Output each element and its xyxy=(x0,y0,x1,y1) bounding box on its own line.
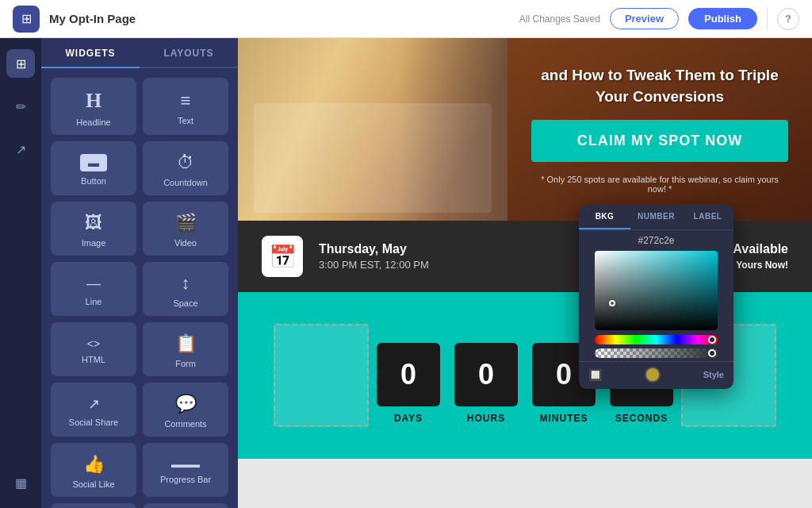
space-widget-icon: ↕ xyxy=(182,273,190,294)
comments-widget-icon: 💬 xyxy=(175,394,197,414)
picker-tab-number[interactable]: NUMBER xyxy=(630,205,682,229)
text-widget-icon: ≡ xyxy=(181,90,191,111)
progress-bar-icon: ▬▬▬ xyxy=(171,459,200,470)
page-title: My Opt-In Page xyxy=(49,12,510,25)
video-widget[interactable]: 🎬 Video xyxy=(143,202,228,256)
info-time: 3:00 PM EST, 12:00 PM xyxy=(319,259,622,271)
headline-widget-label: Headline xyxy=(76,117,110,127)
save-status: All Changes Saved xyxy=(519,13,600,25)
html-widget[interactable]: <> HTML xyxy=(51,322,136,376)
line-widget-label: Line xyxy=(86,297,102,306)
countdown-hours: 0 HOURS xyxy=(454,343,518,424)
color-gradient-picker[interactable] xyxy=(595,251,718,330)
picker-tabs: BKG NUMBER LABEL xyxy=(579,205,733,230)
color-picker[interactable]: BKG NUMBER LABEL #272c2e � xyxy=(579,205,733,389)
gradient-cursor[interactable] xyxy=(609,300,615,306)
form-widget-icon: 📋 xyxy=(175,333,197,354)
social-share-widget[interactable]: ↗ Social Share xyxy=(51,383,136,437)
tab-layouts[interactable]: LAYOUTS xyxy=(140,38,238,67)
button-widget[interactable]: ▬ Button xyxy=(51,141,136,195)
bottom-nav-icon[interactable]: ▦ xyxy=(6,468,35,497)
headline-widget-icon: H xyxy=(86,89,102,113)
publish-button[interactable]: Publish xyxy=(688,8,757,29)
social-share-icon: ↗ xyxy=(88,395,100,413)
info-text: Thursday, May 3:00 PM EST, 12:00 PM xyxy=(319,242,622,271)
analytics-nav-icon[interactable]: ↗ xyxy=(6,135,35,164)
space-widget[interactable]: ↕ Space xyxy=(143,262,228,316)
countdown-minutes-label: MINUTES xyxy=(540,413,588,424)
alpha-thumb xyxy=(708,349,716,357)
countdown-hours-label: HOURS xyxy=(467,413,505,424)
hero-section: and How to Tweak Them to Triple Your Con… xyxy=(238,38,812,221)
countdown-seconds-label: SECONDS xyxy=(615,413,668,424)
side-panel-left xyxy=(274,324,369,427)
button-widget-label: Button xyxy=(81,176,106,186)
hero-right: and How to Tweak Them to Triple Your Con… xyxy=(508,38,812,221)
countdown-widget-icon: ⏱ xyxy=(177,152,194,173)
image-widget-label: Image xyxy=(82,238,106,248)
html-widget-icon: <> xyxy=(87,337,100,350)
tab-widgets[interactable]: WIDGETS xyxy=(41,38,140,68)
progress-bar-label: Progress Bar xyxy=(160,475,211,484)
video-widget-label: Video xyxy=(174,238,197,248)
image-text-widget[interactable]: 🖼 Image + Text xyxy=(143,503,228,508)
edit-nav-icon[interactable]: ✏ xyxy=(6,92,35,121)
calendar-icon: 📅 xyxy=(262,236,303,277)
hero-image xyxy=(238,38,508,221)
countdown-days-box: 0 xyxy=(377,343,440,406)
picker-footer: 🔲 Style xyxy=(579,361,733,389)
html-widget-label: HTML xyxy=(82,355,105,364)
image-widget-icon: 🖼 xyxy=(85,213,102,233)
info-date: Thursday, May xyxy=(319,242,622,256)
picker-tab-label[interactable]: LABEL xyxy=(682,205,733,229)
image-widget[interactable]: 🖼 Image xyxy=(51,202,136,256)
widgets-nav-icon[interactable]: ⊞ xyxy=(6,49,35,78)
hero-cta-button[interactable]: CLAIM MY SPOT NOW xyxy=(531,120,788,162)
picker-eyedropper-icon[interactable]: 🔲 xyxy=(588,368,602,381)
form-widget-label: Form xyxy=(175,359,196,368)
app-logo: ⊞ xyxy=(13,6,40,33)
hero-headline: and How to Tweak Them to Triple Your Con… xyxy=(531,65,788,107)
space-widget-label: Space xyxy=(173,298,197,308)
social-like-icon: 👍 xyxy=(83,454,105,475)
hue-thumb xyxy=(708,336,716,344)
preview-button[interactable]: Preview xyxy=(610,8,679,29)
text-widget-label: Text xyxy=(178,116,193,125)
text-widget[interactable]: ≡ Text xyxy=(143,78,228,135)
comments-widget-label: Comments xyxy=(164,419,206,429)
picker-tab-bkg[interactable]: BKG xyxy=(579,205,630,229)
button-widget-icon: ▬ xyxy=(80,154,107,171)
headline-widget[interactable]: H Headline xyxy=(51,78,136,135)
countdown-hours-box: 0 xyxy=(454,343,518,406)
alpha-slider[interactable] xyxy=(595,348,718,358)
hue-slider[interactable] xyxy=(595,335,718,344)
social-like-widget[interactable]: 👍 Social Like xyxy=(51,443,136,497)
line-widget-icon: — xyxy=(86,275,101,292)
social-share-label: Social Share xyxy=(69,418,118,427)
countdown-days-label: DAYS xyxy=(394,413,423,424)
countdown-widget[interactable]: ⏱ Countdown xyxy=(143,141,228,195)
form-widget[interactable]: 📋 Form xyxy=(143,322,228,376)
help-button[interactable]: ? xyxy=(777,8,799,30)
countdown-widget-label: Countdown xyxy=(163,178,208,187)
icon-widget[interactable]: ☺ Icon xyxy=(51,503,136,508)
social-like-label: Social Like xyxy=(72,479,114,489)
comments-widget[interactable]: 💬 Comments xyxy=(143,383,228,437)
countdown-days: 0 DAYS xyxy=(377,343,440,424)
picker-style-label[interactable]: Style xyxy=(703,370,724,379)
video-widget-icon: 🎬 xyxy=(175,213,197,233)
picker-color-swatch[interactable] xyxy=(645,367,661,383)
line-widget[interactable]: — Line xyxy=(51,262,136,316)
picker-hex-value[interactable]: #272c2e xyxy=(579,230,733,251)
hero-note: * Only 250 spots are available for this … xyxy=(531,175,788,194)
progress-bar-widget[interactable]: ▬▬▬ Progress Bar xyxy=(143,443,228,497)
